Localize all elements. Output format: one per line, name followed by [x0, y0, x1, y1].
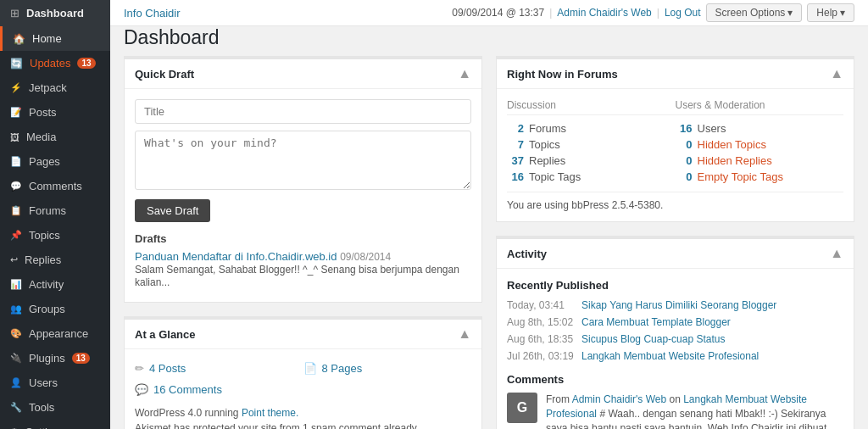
home-icon: 🏠 [13, 33, 25, 45]
at-a-glance-body: ✏ 4 Posts 📄 8 Pages 💬 16 Comments [125, 349, 481, 429]
rnf-topics-count: 7 [507, 138, 524, 151]
media-icon: 🖼 [10, 132, 19, 142]
sidebar-dashboard-label: Dashboard [26, 7, 84, 20]
screen-options-label: Screen Options [715, 7, 786, 19]
sidebar-item-home[interactable]: 🏠 Home [0, 26, 110, 51]
sidebar-forums-label: Forums [29, 204, 66, 217]
draft-body-input[interactable] [135, 131, 471, 190]
sidebar-item-activity[interactable]: 📊 Activity [0, 272, 110, 297]
activity-item-2: Aug 6th, 18:35 Sicupus Blog Cuap-cuap St… [507, 331, 843, 348]
sidebar-item-appearance[interactable]: 🎨 Appearance [0, 321, 110, 346]
activity-link-0[interactable]: Sikap Yang Harus Dimiliki Seorang Blogge… [581, 299, 776, 311]
sidebar-item-updates[interactable]: 🔄 Updates 13 [0, 51, 110, 75]
sidebar-item-posts[interactable]: 📝 Posts [0, 100, 110, 125]
appearance-icon: 🎨 [10, 328, 22, 339]
logout-link[interactable]: Log Out [665, 7, 701, 19]
sidebar-item-users[interactable]: 👤 Users [0, 370, 110, 395]
sep1: | [549, 7, 552, 19]
glance-posts-link[interactable]: 4 Posts [149, 362, 186, 375]
sidebar-item-tools[interactable]: 🔧 Tools [0, 395, 110, 420]
sidebar-item-groups[interactable]: 👥 Groups [0, 297, 110, 321]
sidebar-item-jetpack[interactable]: ⚡ Jetpack [0, 75, 110, 100]
quick-draft-toggle[interactable]: ▲ [458, 66, 471, 81]
screen-options-button[interactable]: Screen Options ▾ [706, 3, 803, 22]
rnf-topic-tags-item: 16 Topic Tags [507, 169, 676, 185]
comment-body: From Admin Chaidir's Web on Langkah Memb… [546, 393, 843, 429]
site-name[interactable]: Info Chaidir [124, 7, 180, 20]
help-chevron-icon: ▾ [840, 7, 845, 19]
rnf-body: Discussion 2 Forums 7 Topics [497, 89, 854, 221]
recently-published-section: Recently Published Today, 03:41 Sikap Ya… [507, 279, 843, 365]
sidebar-item-topics[interactable]: 📌 Topics [0, 223, 110, 248]
admin-name-link[interactable]: Admin Chaidir's Web [557, 7, 651, 19]
rnf-footer: You are using bbPress 2.5.4-5380. [507, 192, 843, 211]
draft-date: 09/08/2014 [340, 251, 391, 263]
rnf-discussion-header: Discussion [507, 99, 676, 115]
comment-author-link[interactable]: Admin Chaidir's Web [572, 393, 666, 405]
drafts-section: Drafts Panduan Mendaftar di Info.Chaidir… [135, 232, 471, 288]
at-a-glance-title: At a Glance [135, 328, 196, 341]
activity-comments-label: Comments [507, 373, 843, 386]
activity-time-0: Today, 03:41 [507, 299, 575, 311]
right-column: Right Now in Forums ▲ Discussion 2 Forum… [496, 56, 854, 429]
rnf-replies-item: 37 Replies [507, 153, 676, 169]
activity-time-1: Aug 8th, 15:02 [507, 316, 575, 328]
glance-akismet: Akismet has protected your site from 1 s… [135, 422, 471, 429]
glance-pages-link[interactable]: 8 Pages [322, 362, 363, 375]
rnf-footer-text: You are using bbPress 2.5.4-5380. [507, 199, 663, 211]
left-column: Quick Draft ▲ Save Draft Drafts [124, 56, 482, 429]
rnf-hidden-replies-link[interactable]: Hidden Replies [698, 154, 772, 167]
akismet-text1: Akismet has protected your site from 1 s… [135, 422, 419, 429]
jetpack-icon: ⚡ [10, 82, 22, 93]
comments-icon: 💬 [10, 181, 22, 192]
dashboard-icon: ⊞ [10, 7, 19, 20]
sidebar-users-label: Users [29, 376, 58, 389]
sidebar-item-media[interactable]: 🖼 Media [0, 125, 110, 149]
rnf-topics-item: 7 Topics [507, 136, 676, 153]
replies-icon: ↩ [10, 254, 18, 265]
sidebar-item-pages[interactable]: 📄 Pages [0, 149, 110, 174]
activity-link-1[interactable]: Cara Membuat Template Blogger [581, 316, 731, 328]
groups-icon: 👥 [10, 304, 22, 315]
rnf-forums-item: 2 Forums [507, 120, 676, 136]
quick-draft-widget: Quick Draft ▲ Save Draft Drafts [124, 56, 482, 303]
rnf-empty-topic-tags-link[interactable]: Empty Topic Tags [698, 170, 783, 183]
draft-title-link[interactable]: Panduan Mendaftar di Info.Chaidir.web.id [135, 250, 340, 263]
plugins-badge: 13 [72, 353, 90, 364]
rnf-users-label: Users [698, 122, 726, 135]
rnf-empty-topic-tags-count: 0 [676, 170, 693, 183]
glance-comments: 💬 16 Comments [135, 381, 303, 398]
help-label: Help [816, 7, 837, 19]
sidebar-item-plugins[interactable]: 🔌 Plugins 13 [0, 346, 110, 370]
sidebar-item-comments[interactable]: 💬 Comments [0, 174, 110, 198]
at-a-glance-toggle[interactable]: ▲ [458, 326, 471, 342]
sidebar-replies-label: Replies [25, 254, 61, 266]
rnf-topic-tags-count: 16 [507, 170, 524, 183]
rnf-replies-count: 37 [507, 154, 524, 167]
sidebar-item-replies[interactable]: ↩ Replies [0, 248, 110, 272]
pages-icon: 📄 [10, 156, 22, 167]
rnf-hidden-topics-link[interactable]: Hidden Topics [698, 138, 766, 151]
draft-title-input[interactable] [135, 99, 471, 124]
sidebar-item-settings[interactable]: ⚙ Settings [0, 420, 110, 429]
rnf-users-header: Users & Moderation [676, 99, 844, 115]
activity-link-3[interactable]: Langkah Membuat Website Profesional [581, 350, 759, 362]
rnf-grid: Discussion 2 Forums 7 Topics [507, 99, 843, 185]
draft-title-text: Panduan Mendaftar di Info.Chaidir.web.id [135, 250, 337, 263]
glance-comments-link[interactable]: 16 Comments [153, 383, 222, 396]
glance-grid: ✏ 4 Posts 📄 8 Pages 💬 16 Comments [135, 359, 471, 398]
sidebar-item-forums[interactable]: 📋 Forums [0, 198, 110, 223]
rnf-hidden-replies-item: 0 Hidden Replies [676, 153, 844, 169]
theme-link[interactable]: Point theme. [242, 407, 298, 419]
rnf-discussion-col: Discussion 2 Forums 7 Topics [507, 99, 676, 185]
rnf-toggle[interactable]: ▲ [830, 66, 843, 81]
wp-version: WordPress 4.0 [135, 407, 202, 419]
activity-toggle[interactable]: ▲ [830, 246, 843, 261]
help-button[interactable]: Help ▾ [807, 3, 854, 22]
save-draft-button[interactable]: Save Draft [135, 199, 210, 222]
sidebar-appearance-label: Appearance [29, 327, 88, 340]
activity-item-0: Today, 03:41 Sikap Yang Harus Dimiliki S… [507, 297, 843, 314]
activity-link-2[interactable]: Sicupus Blog Cuap-cuap Status [581, 333, 725, 345]
main-content: Info Chaidir 09/09/2014 @ 13:37 | Admin … [110, 0, 868, 429]
sidebar-dashboard-header[interactable]: ⊞ Dashboard [0, 0, 110, 26]
